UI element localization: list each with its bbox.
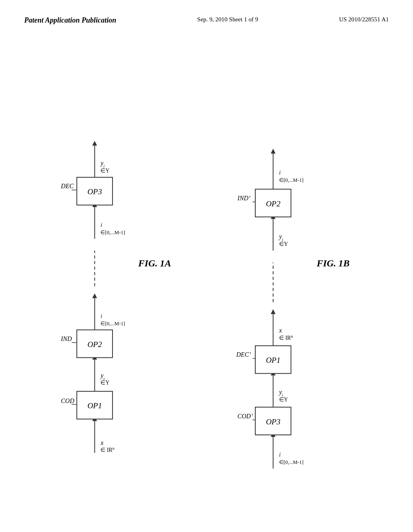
svg-text:yi: yi	[100, 372, 104, 380]
svg-text:∈[0,...M-1]: ∈[0,...M-1]	[100, 321, 125, 326]
svg-text:FIG. 1B: FIG. 1B	[316, 258, 349, 268]
svg-text:i: i	[279, 170, 281, 176]
svg-marker-30	[92, 141, 97, 145]
svg-text:∈ IRn: ∈ IRn	[279, 334, 293, 341]
svg-text:i: i	[100, 313, 102, 319]
svg-text:IND’: IND’	[237, 195, 250, 202]
diagrams-svg: x ∈ IRn OP1 COD yi ∈Y OP2 IND i ∈[0,...M…	[0, 33, 413, 508]
svg-text:DEC: DEC	[60, 183, 74, 189]
svg-text:COD: COD	[61, 397, 75, 404]
svg-text:x: x	[279, 327, 282, 334]
svg-text:∈Y: ∈Y	[100, 380, 109, 386]
svg-text:i: i	[100, 222, 102, 228]
svg-text:OP3: OP3	[266, 417, 280, 426]
svg-text:i: i	[279, 452, 281, 458]
svg-text:yi: yi	[278, 389, 283, 397]
svg-text:OP1: OP1	[266, 355, 280, 364]
svg-text:∈Y: ∈Y	[100, 168, 109, 174]
diagrams-area: x ∈ IRn OP1 COD yi ∈Y OP2 IND i ∈[0,...M…	[0, 33, 413, 508]
svg-text:OP3: OP3	[88, 187, 102, 196]
svg-text:∈Y: ∈Y	[279, 397, 288, 403]
svg-text:∈Y: ∈Y	[279, 241, 288, 247]
publication-number: US 2010/228551 A1	[339, 16, 389, 23]
svg-text:OP2: OP2	[88, 340, 102, 349]
svg-text:yi: yi	[100, 160, 104, 168]
svg-text:x: x	[100, 439, 103, 446]
svg-text:OP2: OP2	[266, 199, 280, 208]
svg-marker-64	[271, 149, 275, 154]
svg-text:∈[0,...M-1]: ∈[0,...M-1]	[279, 459, 304, 465]
svg-marker-17	[92, 293, 97, 298]
svg-text:yi: yi	[278, 233, 283, 242]
svg-text:COD’: COD’	[238, 413, 253, 420]
svg-text:FIG. 1A: FIG. 1A	[138, 258, 171, 268]
svg-text:∈ IRn: ∈ IRn	[100, 446, 114, 453]
svg-text:∈[0,...M-1]: ∈[0,...M-1]	[279, 177, 304, 183]
svg-text:∈[0,...M-1]: ∈[0,...M-1]	[100, 230, 125, 235]
publication-date: Sep. 9, 2010 Sheet 1 of 9	[197, 16, 258, 23]
page-header: Patent Application Publication Sep. 9, 2…	[0, 0, 413, 33]
svg-text:OP1: OP1	[88, 401, 102, 410]
publication-title: Patent Application Publication	[24, 16, 116, 25]
svg-text:DEC’: DEC’	[236, 351, 251, 358]
svg-text:IND: IND	[60, 335, 72, 342]
svg-marker-51	[271, 309, 275, 314]
